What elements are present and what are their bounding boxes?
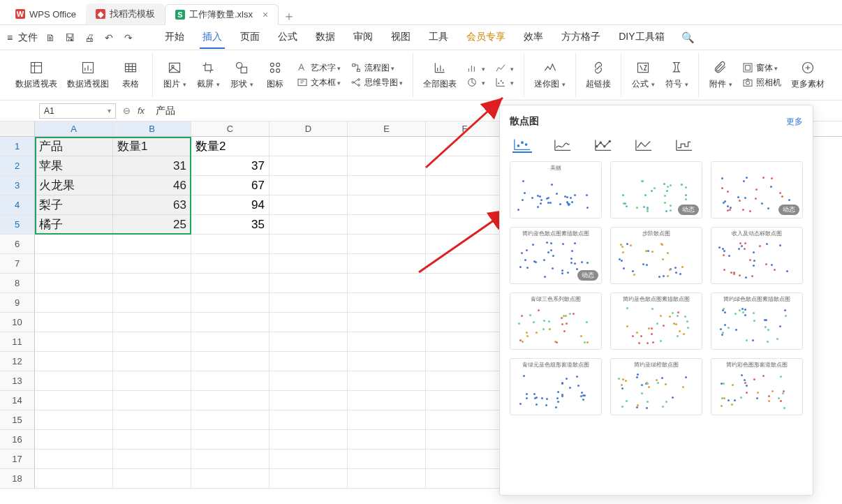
cell[interactable] (348, 430, 426, 450)
cell[interactable] (191, 430, 269, 450)
cell[interactable] (35, 371, 113, 391)
search-icon[interactable]: 🔍 (681, 31, 695, 44)
hyperlink-button[interactable]: 超链接 (586, 60, 611, 90)
cell[interactable] (191, 450, 269, 469)
cell[interactable] (426, 313, 504, 332)
cell[interactable]: 数量2 (191, 137, 269, 156)
row-header[interactable]: 17 (0, 450, 35, 469)
cell[interactable] (426, 352, 504, 371)
cell[interactable] (348, 410, 426, 430)
scatter-line-markers-icon[interactable] (593, 138, 613, 153)
symbol-button[interactable]: 符号 (665, 60, 688, 90)
new-tab-button[interactable]: ＋ (279, 8, 300, 24)
cell[interactable] (348, 332, 426, 352)
all-charts-button[interactable]: 全部图表 (423, 60, 457, 90)
cell[interactable] (426, 235, 504, 254)
cell[interactable] (35, 293, 113, 313)
chart-thumbnail[interactable]: 简约蓝色散点图素描散点图 (610, 292, 702, 350)
menu-tab-4[interactable]: 数据 (313, 27, 338, 49)
row-header[interactable]: 5 (0, 215, 35, 235)
cell[interactable] (348, 137, 426, 156)
row-header[interactable]: 10 (0, 313, 35, 332)
pivot-table-button[interactable]: 数据透视表 (15, 60, 57, 90)
cell[interactable] (348, 469, 426, 489)
app-tab-workbook[interactable]: S 工作簿数量.xlsx × (165, 4, 279, 25)
cell[interactable]: 梨子 (35, 195, 113, 215)
cell[interactable] (348, 313, 426, 332)
cell[interactable] (113, 332, 191, 352)
row-header[interactable]: 15 (0, 410, 35, 430)
col-header-A[interactable]: A (35, 121, 113, 136)
chart-thumbnail[interactable]: 简约绿色散点图素描散点图 (711, 292, 803, 350)
menu-tab-5[interactable]: 审阅 (350, 27, 376, 49)
row-header[interactable]: 9 (0, 293, 35, 313)
icon-button[interactable]: 图标 (263, 60, 287, 90)
cell[interactable] (191, 254, 269, 274)
menu-tab-8[interactable]: 会员专享 (464, 27, 508, 49)
cell[interactable] (113, 293, 191, 313)
cell[interactable] (269, 352, 348, 371)
cell[interactable] (35, 410, 113, 430)
cell[interactable] (35, 313, 113, 332)
col-header-F[interactable]: F (426, 121, 504, 136)
cell[interactable] (113, 254, 191, 274)
cell[interactable] (269, 235, 348, 254)
cell[interactable] (35, 430, 113, 450)
cell[interactable] (35, 352, 113, 371)
cell[interactable]: 苹果 (35, 156, 113, 176)
cell[interactable]: 产品 (35, 137, 113, 156)
cell[interactable] (269, 215, 348, 235)
col-header-E[interactable]: E (348, 121, 426, 136)
cell[interactable] (348, 156, 426, 176)
cell[interactable] (113, 371, 191, 391)
line-chart-icon[interactable] (495, 63, 514, 74)
cell[interactable] (191, 469, 269, 489)
cell[interactable] (348, 215, 426, 235)
row-header[interactable]: 14 (0, 391, 35, 410)
cell[interactable] (191, 235, 269, 254)
cell[interactable] (426, 215, 504, 235)
close-tab-icon[interactable]: × (263, 9, 268, 20)
cell[interactable] (191, 352, 269, 371)
name-box-dropdown-icon[interactable]: ▾ (108, 107, 111, 114)
cell[interactable] (269, 371, 348, 391)
app-tab-template[interactable]: ◆ 找稻壳模板 (86, 3, 165, 24)
cell[interactable]: 63 (113, 195, 191, 215)
row-header[interactable]: 2 (0, 156, 35, 176)
pivot-chart-button[interactable]: 数据透视图 (67, 60, 109, 90)
textbox-button[interactable]: 文本框 (297, 77, 341, 89)
table-button[interactable]: 表格 (119, 60, 142, 90)
cell[interactable]: 数量1 (113, 137, 191, 156)
chart-thumbnail[interactable]: 简约蓝绿橙散点图 (610, 358, 702, 415)
cell[interactable] (191, 410, 269, 430)
cell[interactable] (35, 274, 113, 293)
cell[interactable] (269, 137, 348, 156)
flowchart-button[interactable]: 流程图 (350, 62, 403, 74)
row-header[interactable]: 8 (0, 274, 35, 293)
menu-tab-10[interactable]: 方方格子 (559, 27, 603, 49)
cell[interactable] (113, 235, 191, 254)
cell[interactable] (35, 450, 113, 469)
cell[interactable] (191, 371, 269, 391)
cell[interactable] (113, 450, 191, 469)
chart-thumbnail[interactable]: 青绿元蓝色组形窗道散点图 (510, 358, 602, 415)
column-chart-icon[interactable] (466, 63, 485, 74)
wordart-button[interactable]: 艺术字 (297, 62, 341, 74)
row-header[interactable]: 1 (0, 137, 35, 156)
scatter-smooth-line-icon[interactable] (553, 138, 573, 153)
cell[interactable] (191, 313, 269, 332)
cell[interactable] (269, 274, 348, 293)
cell[interactable] (269, 450, 348, 469)
cell[interactable] (348, 293, 426, 313)
cell[interactable] (35, 235, 113, 254)
cell[interactable] (426, 195, 504, 215)
cell[interactable] (35, 391, 113, 410)
cell[interactable] (426, 293, 504, 313)
cancel-edit-icon[interactable]: ⊖ (123, 105, 131, 116)
save-icon[interactable]: 🖫 (63, 32, 77, 43)
cell[interactable] (269, 313, 348, 332)
menu-tab-7[interactable]: 工具 (426, 27, 451, 49)
col-header-D[interactable]: D (269, 121, 348, 136)
cell[interactable] (269, 410, 348, 430)
row-header[interactable]: 13 (0, 371, 35, 391)
